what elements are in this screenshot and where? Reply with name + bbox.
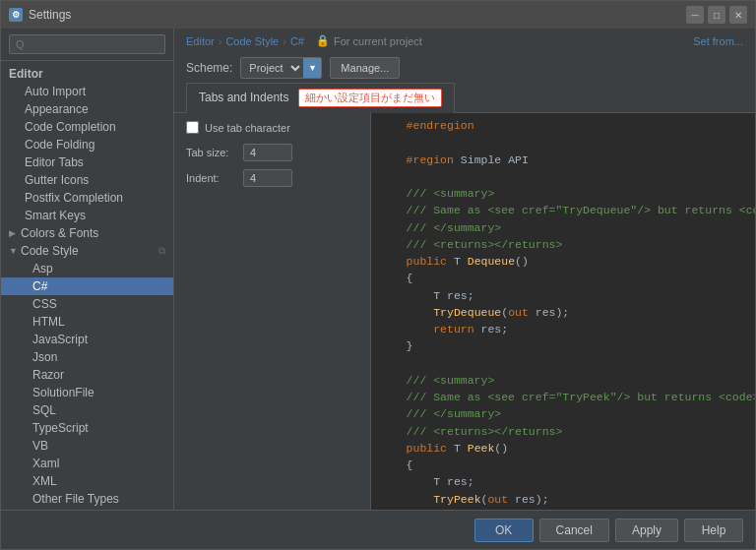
- code-line: #region Simple API: [379, 152, 747, 168]
- code-line: /// </summary>: [379, 405, 747, 422]
- dropdown-arrow-icon: ▼: [303, 57, 321, 79]
- main-content: Editor Auto Import Appearance Code Compl…: [1, 29, 755, 510]
- sidebar-item-css[interactable]: CSS: [1, 295, 173, 313]
- close-button[interactable]: ✕: [729, 6, 747, 24]
- code-preview: #endregion #region Simple API /// <summa…: [371, 113, 755, 510]
- help-button[interactable]: Help: [684, 519, 743, 542]
- sidebar-item-asp[interactable]: Asp: [1, 260, 173, 277]
- sidebar-item-typescript[interactable]: TypeScript: [1, 419, 173, 437]
- sidebar-item-sql[interactable]: SQL: [1, 401, 173, 419]
- sidebar-item-colors-fonts[interactable]: ▶Colors & Fonts: [1, 224, 173, 242]
- code-line: public T Dequeue(): [379, 253, 747, 270]
- tab-tabs-indents-label: Tabs and Indents: [199, 91, 288, 104]
- code-line: /// Same as <see cref="TryDequeue"/> but…: [379, 202, 747, 218]
- code-line: return res;: [379, 321, 747, 337]
- ok-button[interactable]: OK: [474, 519, 534, 542]
- sidebar-item-editor[interactable]: Editor: [1, 65, 173, 83]
- scheme-bar: Scheme: Project Default ▼ Manage...: [174, 53, 755, 83]
- sidebar-item-editor-tabs[interactable]: Editor Tabs: [1, 153, 173, 171]
- tabs-bar: Tabs and Indents 細かい設定項目がまだ無い: [174, 83, 755, 113]
- breadcrumb-bar: Editor › Code Style › C# 🔒 For current p…: [174, 29, 755, 53]
- sidebar-item-auto-import[interactable]: Auto Import: [1, 83, 173, 100]
- indent-row: Indent:: [186, 169, 358, 187]
- tab-warning-text: 細かい設定項目がまだ無い: [305, 91, 435, 105]
- for-current-project-label: For current project: [334, 35, 422, 47]
- breadcrumb-editor[interactable]: Editor: [186, 35, 215, 47]
- code-line: {: [379, 270, 747, 286]
- main-panel: Editor › Code Style › C# 🔒 For current p…: [174, 29, 755, 510]
- search-bar: [1, 29, 173, 61]
- code-line: T res;: [379, 473, 747, 490]
- use-tab-character-label: Use tab character: [205, 122, 290, 134]
- cancel-button[interactable]: Cancel: [539, 519, 609, 542]
- sidebar-item-smart-keys[interactable]: Smart Keys: [1, 207, 173, 224]
- tab-warning-badge: 細かい設定項目がまだ無い: [298, 89, 442, 107]
- code-line: /// <summary>: [379, 372, 747, 389]
- sidebar-item-xml[interactable]: XML: [1, 472, 173, 490]
- maximize-button[interactable]: □: [708, 6, 725, 24]
- tab-size-label: Tab size:: [186, 147, 235, 158]
- breadcrumb-csharp[interactable]: C#: [290, 35, 304, 47]
- code-line: /// <summary>: [379, 185, 747, 202]
- code-line: /// <returns></returns>: [379, 423, 747, 440]
- indent-input[interactable]: [243, 169, 292, 187]
- sidebar-item-code-folding[interactable]: Code Folding: [1, 136, 173, 153]
- title-bar-left: ⚙ Settings: [9, 8, 71, 22]
- code-line: TryDequeue(out res);: [379, 304, 747, 321]
- bottom-bar: OK Cancel Apply Help: [1, 510, 755, 549]
- code-line: {: [379, 457, 747, 473]
- sidebar-item-razor[interactable]: Razor: [1, 366, 173, 384]
- use-tab-character-checkbox[interactable]: [186, 121, 199, 134]
- breadcrumb-code-style[interactable]: Code Style: [225, 35, 279, 47]
- code-line: [379, 168, 747, 185]
- window-title: Settings: [29, 8, 71, 22]
- code-line: public T Peek(): [379, 440, 747, 457]
- tab-size-input[interactable]: [243, 144, 292, 161]
- code-line: [379, 134, 747, 151]
- set-from-link[interactable]: Set from...: [693, 35, 743, 47]
- sidebar-item-json[interactable]: Json: [1, 348, 173, 366]
- sidebar-item-gutter-icons[interactable]: Gutter Icons: [1, 171, 173, 189]
- code-line: /// Same as <see cref="TryPeek"/> but re…: [379, 389, 747, 405]
- sidebar-item-xaml[interactable]: Xaml: [1, 455, 173, 472]
- sidebar-item-code-completion[interactable]: Code Completion: [1, 118, 173, 136]
- use-tab-character-row: Use tab character: [186, 121, 358, 134]
- code-line: /// <returns></returns>: [379, 236, 747, 253]
- manage-button[interactable]: Manage...: [330, 57, 400, 79]
- for-current-project-icon: 🔒: [316, 34, 330, 47]
- code-line: T res;: [379, 287, 747, 304]
- sidebar-item-other-file-types[interactable]: Other File Types: [1, 490, 173, 508]
- sidebar-item-vb[interactable]: VB: [1, 437, 173, 455]
- scheme-select[interactable]: Project Default: [241, 61, 303, 75]
- copy-icon: ⧉: [158, 245, 165, 257]
- settings-app-icon: ⚙: [9, 8, 23, 22]
- code-line: /// </summary>: [379, 219, 747, 236]
- apply-button[interactable]: Apply: [615, 519, 678, 542]
- indent-label: Indent:: [186, 172, 235, 184]
- settings-panel: Use tab character Tab size: Indent:: [174, 113, 371, 510]
- minimize-button[interactable]: ─: [686, 6, 704, 24]
- sidebar-item-postfix-completion[interactable]: Postfix Completion: [1, 189, 173, 207]
- editor-split: Use tab character Tab size: Indent: #end…: [174, 113, 755, 510]
- code-line: }: [379, 337, 747, 354]
- sidebar-item-html[interactable]: HTML: [1, 313, 173, 331]
- tab-size-row: Tab size:: [186, 144, 358, 161]
- scheme-label: Scheme:: [186, 61, 232, 75]
- code-line: TryPeek(out res);: [379, 491, 747, 508]
- sidebar-item-solutionfile[interactable]: SolutionFile: [1, 384, 173, 401]
- breadcrumb-sep-1: ›: [219, 35, 222, 47]
- colors-fonts-arrow: ▶: [9, 228, 17, 238]
- code-line: [379, 355, 747, 372]
- sidebar: Editor Auto Import Appearance Code Compl…: [1, 29, 174, 510]
- sidebar-item-code-style[interactable]: ▼Code Style ⧉: [1, 242, 173, 260]
- sidebar-item-javascript[interactable]: JavaScript: [1, 331, 173, 348]
- breadcrumb-sep-2: ›: [283, 35, 286, 47]
- scheme-dropdown[interactable]: Project Default ▼: [240, 57, 322, 79]
- search-input[interactable]: [9, 34, 165, 54]
- sidebar-item-csharp[interactable]: C#: [1, 277, 173, 295]
- tab-tabs-and-indents[interactable]: Tabs and Indents 細かい設定項目がまだ無い: [186, 83, 455, 113]
- settings-window: ⚙ Settings ─ □ ✕ Editor Auto Import Appe…: [0, 0, 756, 550]
- sidebar-item-appearance[interactable]: Appearance: [1, 100, 173, 118]
- code-style-arrow: ▼: [9, 246, 17, 256]
- window-controls: ─ □ ✕: [686, 6, 747, 24]
